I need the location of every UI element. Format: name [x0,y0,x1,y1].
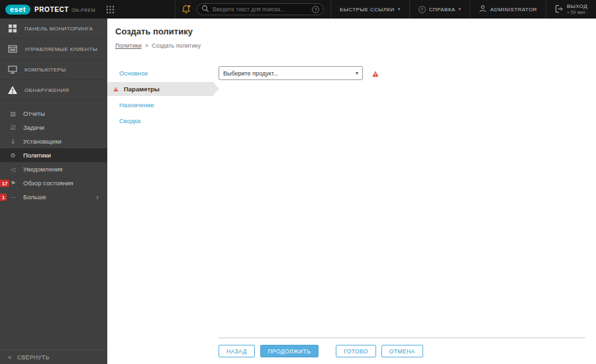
wizard-step-basic[interactable]: Основное [107,66,213,80]
breadcrumb: Политики > Создать политику [115,42,596,49]
sidebar-item-label: УПРАВЛЯЕМЫЕ КЛИЕНТЫ [25,46,97,52]
chevron-right-icon: › [96,193,99,201]
continue-button[interactable]: ПРОДОЛЖИТЬ [260,345,319,357]
sidebar-item-label: ПАНЕЛЬ МОНИТОРИНГА [25,26,93,32]
wizard-buttons: НАЗАД ПРОДОЛЖИТЬ ГОТОВО ОТМЕНА [219,345,585,359]
step-label: Основное [119,69,148,77]
logout-label: ВЫХОД [567,3,587,10]
sidebar-item-installers[interactable]: ⇓ Установщики [0,134,107,148]
topbar: eset PROTECT ON-PREM ? БЫСТРЫЕ ССЫЛКИ ▾ … [0,0,596,19]
product-name: PROTECT [34,6,69,13]
wizard-step-assign[interactable]: Назначение [107,98,213,112]
page-header: Создать политику Политики > Создать поли… [107,19,596,57]
search-input[interactable] [213,6,309,13]
breadcrumb-current: Создать политику [152,42,201,49]
cancel-button[interactable]: ОТМЕНА [381,345,423,357]
sidebar-item-label: Задачи [23,124,44,131]
breadcrumb-policies-link[interactable]: Политики [115,42,142,49]
wizard-footer: НАЗАД ПРОДОЛЖИТЬ ГОТОВО ОТМЕНА [219,338,585,359]
sidebar-collapse-button[interactable]: « СВЕРНУТЬ [0,349,107,364]
sidebar-item-label: КОМПЬЮТЕРЫ [25,67,66,73]
sidebar: ПАНЕЛЬ МОНИТОРИНГА УПРАВЛЯЕМЫЕ КЛИЕНТЫ К… [0,19,107,364]
collapse-label: СВЕРНУТЬ [17,354,50,361]
step-label: Сводка [119,117,140,124]
wizard-content: Выберите продукт... ▾ ▲ ! НАЗАД ПРОДОЛЖИ… [213,57,596,364]
policy-wizard: Основное ▲ ! Параметры Назначение Сводка… [107,57,596,364]
user-label: ADMINISTRATOR [490,7,537,13]
help-label: СПРАВКА [429,7,456,13]
sidebar-item-label: ОБНАРУЖЕНИЯ [25,87,69,93]
user-menu[interactable]: ADMINISTRATOR [470,0,546,19]
reports-icon: ▤ [9,111,17,117]
sidebar-item-status-overview[interactable]: 17 ⚑ Обзор состояния [0,176,107,190]
sidebar-item-label: Уведомления [23,165,62,173]
search-help-icon[interactable]: ? [312,6,319,13]
tasks-icon: ☑ [9,124,17,131]
step-warning-icon: ▲ ! [111,85,121,93]
finish-button[interactable]: ГОТОВО [336,345,376,357]
product-select-row: Выберите продукт... ▾ ▲ ! [219,66,585,80]
more-ellipsis-icon: ⋯ [9,194,17,201]
sidebar-primary-nav: ПАНЕЛЬ МОНИТОРИНГА УПРАВЛЯЕМЫЕ КЛИЕНТЫ К… [0,19,107,101]
breadcrumb-separator: > [145,42,148,49]
product-suffix: ON-PREM [72,8,95,13]
quick-links-label: БЫСТРЫЕ ССЫЛКИ [340,7,395,13]
sidebar-item-managed-clients[interactable]: УПРАВЛЯЕМЫЕ КЛИЕНТЫ [0,39,107,60]
notifications-icon: ◁ [9,166,17,173]
sidebar-item-label: Политики [23,152,51,159]
back-button[interactable]: НАЗАД [219,345,255,357]
status-overview-icon: ⚑ [9,180,17,187]
logout-button[interactable]: ВЫХОД > 59 мин [546,0,596,19]
sidebar-item-label: Отчеты [23,110,45,117]
help-menu[interactable]: ? СПРАВКА ▾ [409,0,470,19]
global-search: ? [197,3,324,15]
page-title: Создать политику [115,26,596,36]
status-overview-badge: 17 [0,179,9,187]
wizard-step-summary[interactable]: Сводка [107,114,213,128]
sidebar-item-dashboard[interactable]: ПАНЕЛЬ МОНИТОРИНГА [0,19,107,39]
sidebar-item-label: Обзор состояния [23,179,73,187]
sidebar-item-computers[interactable]: КОМПЬЮТЕРЫ [0,60,107,80]
computers-icon [7,65,18,74]
managed-clients-icon [7,44,18,54]
validation-warning-icon: ▲ ! [371,68,380,78]
sidebar-item-more[interactable]: 1 ⋯ Больше › [0,190,107,204]
topbar-right: ? БЫСТРЫЕ ССЫЛКИ ▾ ? СПРАВКА ▾ ADMINISTR… [175,0,596,19]
user-icon [479,5,487,14]
quick-links-menu[interactable]: БЫСТРЫЕ ССЫЛКИ ▾ [330,0,409,19]
brand: eset PROTECT ON-PREM [5,5,95,15]
collapse-icon: « [8,353,12,361]
notifications-bell-icon[interactable] [175,0,197,19]
main-content: Создать политику Политики > Создать поли… [107,19,596,364]
session-timer: > 59 мин [567,10,587,15]
search-icon [201,3,209,15]
more-badge: 1 [0,193,7,201]
product-select-value: Выберите продукт... [223,70,278,77]
apps-grid-icon[interactable] [106,5,115,14]
wizard-step-settings[interactable]: ▲ ! Параметры [107,82,213,96]
sidebar-item-tasks[interactable]: ☑ Задачи [0,120,107,134]
sidebar-secondary-nav: ▤ Отчеты ☑ Задачи ⇓ Установщики ⚙ Полити… [0,101,107,204]
chevron-down-icon: ▾ [398,7,401,12]
chevron-down-icon: ▾ [458,7,461,12]
step-label: Параметры [124,85,160,93]
wizard-steps: Основное ▲ ! Параметры Назначение Сводка [107,57,213,364]
installers-icon: ⇓ [9,138,17,145]
product-select[interactable]: Выберите продукт... ▾ [219,66,363,80]
eset-logo: eset [5,5,30,15]
help-icon: ? [419,6,426,13]
sidebar-item-reports[interactable]: ▤ Отчеты [0,107,107,120]
dashboard-icon [7,24,18,33]
logout-icon [555,5,564,15]
step-label: Назначение [119,101,154,109]
sidebar-item-notifications[interactable]: ◁ Уведомления [0,162,107,176]
sidebar-item-label: Больше [23,193,46,201]
footer-divider [219,338,585,338]
detections-warning-icon [7,85,18,95]
chevron-down-icon: ▾ [356,70,358,76]
policies-icon: ⚙ [9,152,17,159]
sidebar-item-detections[interactable]: ОБНАРУЖЕНИЯ [0,80,107,101]
sidebar-item-label: Установщики [23,138,62,145]
sidebar-item-policies[interactable]: ⚙ Политики [0,148,107,162]
